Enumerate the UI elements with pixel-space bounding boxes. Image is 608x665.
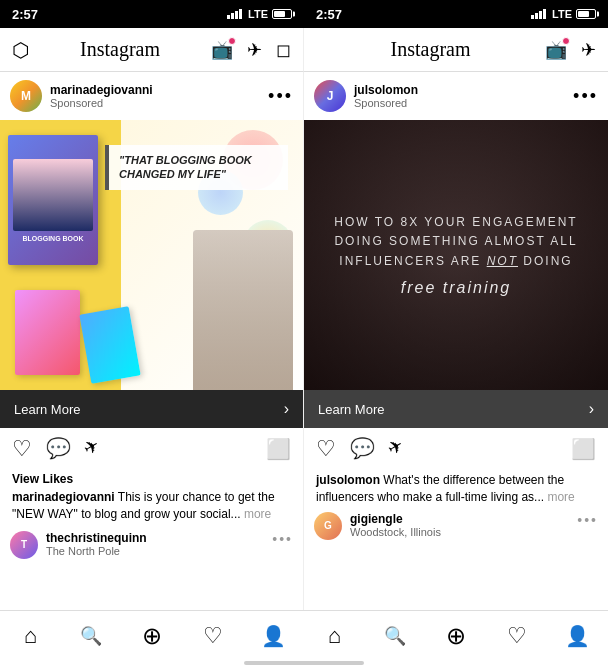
left-lte-label: LTE xyxy=(248,8,268,20)
right-heart-icon[interactable]: ♡ xyxy=(316,436,336,462)
right-ig-header: Instagram 📺 ✈ xyxy=(304,28,608,72)
quote-text: "THAT BLOGGING BOOK CHANGED MY LIFE" xyxy=(119,153,278,182)
left-learn-more-text: Learn More xyxy=(14,402,80,417)
engagement-line-3: INFLUENCERS ARE not DOING xyxy=(334,252,577,271)
right-post-image: HOW TO 8X YOUR ENGAGEMENT DOING SOMETHIN… xyxy=(304,120,608,390)
left-share-icon[interactable]: ✈ xyxy=(80,434,106,464)
right-post-header: J julsolomon Sponsored ••• xyxy=(304,72,608,120)
signal-bar-1 xyxy=(531,15,534,19)
right-battery xyxy=(576,9,596,19)
right-status-bar: 2:57 LTE xyxy=(304,0,608,28)
quote-banner: "THAT BLOGGING BOOK CHANGED MY LIFE" xyxy=(105,145,288,190)
right-commenter-username[interactable]: gigiengle xyxy=(350,512,569,526)
left-bookmark-icon[interactable]: ⬜ xyxy=(266,437,291,461)
nav-profile-right[interactable]: 👤 xyxy=(558,616,598,656)
right-post-menu[interactable]: ••• xyxy=(573,86,598,107)
signal-bar-2 xyxy=(535,13,538,19)
right-share-icon[interactable]: ✈ xyxy=(384,434,410,464)
left-avatar-inner: M xyxy=(10,80,42,112)
left-action-icons: ♡ 💬 ✈ xyxy=(12,436,100,462)
right-battery-fill xyxy=(578,11,589,17)
left-post-menu[interactable]: ••• xyxy=(268,86,293,107)
left-learn-more-chevron: › xyxy=(284,400,289,418)
left-username[interactable]: marinadegiovanni xyxy=(50,83,153,97)
right-comment-avatar[interactable]: G xyxy=(314,512,342,540)
left-camera-icon[interactable]: ⬡ xyxy=(12,38,29,62)
heart-nav-icon-right: ♡ xyxy=(507,623,527,649)
book-cover: BLOGGING BOOK xyxy=(8,135,98,265)
right-tv-notification xyxy=(562,37,570,45)
home-bar xyxy=(244,661,364,665)
heart-nav-icon-left: ♡ xyxy=(203,623,223,649)
left-header-icons: 📺 ✈ ◻ xyxy=(211,39,291,61)
profile-icon-right: 👤 xyxy=(565,624,590,648)
right-caption-username[interactable]: julsolomon xyxy=(316,473,380,487)
left-avatar[interactable]: M xyxy=(10,80,42,112)
left-caption-username[interactable]: marinadegiovanni xyxy=(12,490,115,504)
left-post-header: M marinadegiovanni Sponsored ••• xyxy=(0,72,303,120)
doing-end-text: DOING xyxy=(523,254,572,268)
home-icon-left: ⌂ xyxy=(24,623,37,649)
nav-heart-left[interactable]: ♡ xyxy=(193,616,233,656)
nav-home-right[interactable]: ⌂ xyxy=(314,616,354,656)
left-post-meta: View Likes marinadegiovanni This is your… xyxy=(0,470,303,527)
people-photo xyxy=(193,230,293,390)
right-sponsored: Sponsored xyxy=(354,97,418,109)
left-direct-icon[interactable]: ✈ xyxy=(247,39,262,61)
left-status-icons: LTE xyxy=(227,8,292,20)
nav-heart-right[interactable]: ♡ xyxy=(497,616,537,656)
nav-search-left[interactable]: 🔍 xyxy=(71,616,111,656)
home-indicator xyxy=(0,660,608,665)
not-doing-text: not xyxy=(487,254,518,268)
left-heart-icon[interactable]: ♡ xyxy=(12,436,32,462)
right-bookmark-icon[interactable]: ⬜ xyxy=(571,437,596,461)
right-header-icons: 📺 ✈ xyxy=(545,39,596,61)
right-learn-more-bar[interactable]: Learn More › xyxy=(304,390,608,428)
right-tv-icon[interactable]: 📺 xyxy=(545,39,567,61)
right-status-icons: LTE xyxy=(531,8,596,20)
right-commenter-sub: Woodstock, Illinois xyxy=(350,526,569,538)
left-tv-notification xyxy=(228,37,236,45)
right-comment-menu[interactable]: ••• xyxy=(577,512,598,528)
engagement-text-block: HOW TO 8X YOUR ENGAGEMENT DOING SOMETHIN… xyxy=(314,193,597,317)
home-icon-right: ⌂ xyxy=(328,623,341,649)
right-username[interactable]: julsolomon xyxy=(354,83,418,97)
right-lte-label: LTE xyxy=(552,8,572,20)
left-post-header-left: M marinadegiovanni Sponsored xyxy=(10,80,153,112)
left-camera-header-icon[interactable]: ◻ xyxy=(276,39,291,61)
left-learn-more-bar[interactable]: Learn More › xyxy=(0,390,303,428)
right-action-icons: ♡ 💬 ✈ xyxy=(316,436,404,462)
right-caption-more[interactable]: more xyxy=(547,490,574,504)
engagement-text-3: INFLUENCERS ARE xyxy=(339,254,481,268)
left-sponsored: Sponsored xyxy=(50,97,153,109)
right-comment-body: gigiengle Woodstock, Illinois xyxy=(350,512,569,538)
left-comment-row: T thechristinequinn The North Pole ••• xyxy=(0,527,303,563)
right-direct-icon[interactable]: ✈ xyxy=(581,39,596,61)
right-action-bar: ♡ 💬 ✈ ⬜ xyxy=(304,428,608,470)
right-time: 2:57 xyxy=(316,7,342,22)
right-comment-row: G gigiengle Woodstock, Illinois ••• xyxy=(304,508,608,544)
right-post-header-left: J julsolomon Sponsored xyxy=(314,80,418,112)
small-book-1 xyxy=(15,290,80,375)
nav-add-right[interactable]: ⊕ xyxy=(436,616,476,656)
left-commenter-username[interactable]: thechristinequinn xyxy=(46,531,264,545)
search-icon-left: 🔍 xyxy=(80,625,102,647)
nav-add-left[interactable]: ⊕ xyxy=(132,616,172,656)
left-ig-header: ⬡ Instagram 📺 ✈ ◻ xyxy=(0,28,304,72)
signal-bar-3 xyxy=(539,11,542,19)
status-bars: 2:57 LTE 2:57 xyxy=(0,0,608,28)
nav-home-left[interactable]: ⌂ xyxy=(10,616,50,656)
left-caption-more[interactable]: more xyxy=(244,507,271,521)
left-tv-icon[interactable]: 📺 xyxy=(211,39,233,61)
right-avatar[interactable]: J xyxy=(314,80,346,112)
left-comment-icon[interactable]: 💬 xyxy=(46,436,71,462)
nav-search-right[interactable]: 🔍 xyxy=(375,616,415,656)
left-caption: marinadegiovanni This is your chance to … xyxy=(12,489,291,523)
signal-bar-1 xyxy=(227,15,230,19)
left-action-bar: ♡ 💬 ✈ ⬜ xyxy=(0,428,303,470)
nav-profile-left[interactable]: 👤 xyxy=(254,616,294,656)
left-view-likes[interactable]: View Likes xyxy=(12,472,291,486)
left-comment-avatar[interactable]: T xyxy=(10,531,38,559)
left-comment-menu[interactable]: ••• xyxy=(272,531,293,547)
right-comment-icon[interactable]: 💬 xyxy=(350,436,375,462)
